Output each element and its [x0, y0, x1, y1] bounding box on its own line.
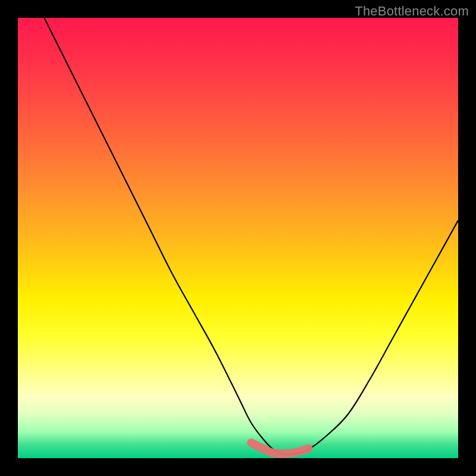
- chart-gradient-background: [18, 18, 458, 458]
- watermark-text: TheBottleneck.com: [355, 4, 469, 19]
